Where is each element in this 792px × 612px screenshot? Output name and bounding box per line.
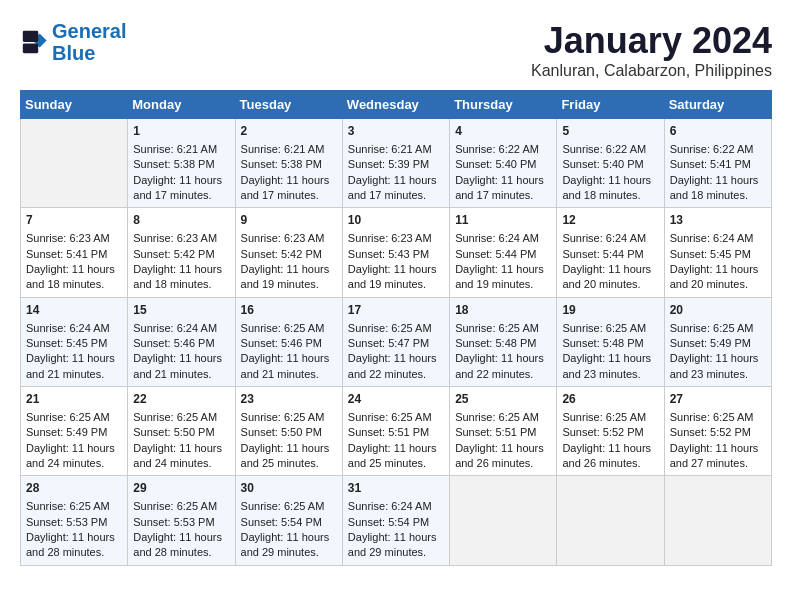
sunrise-time: Sunrise: 6:24 AM [348, 499, 444, 514]
day-header-friday: Friday [557, 91, 664, 119]
day-number: 3 [348, 123, 444, 140]
sunset-time: Sunset: 5:52 PM [562, 425, 658, 440]
sunset-time: Sunset: 5:46 PM [241, 336, 337, 351]
sunset-time: Sunset: 5:42 PM [133, 247, 229, 262]
sunset-time: Sunset: 5:44 PM [455, 247, 551, 262]
calendar-cell: 7Sunrise: 6:23 AMSunset: 5:41 PMDaylight… [21, 208, 128, 297]
day-number: 27 [670, 391, 766, 408]
sunset-time: Sunset: 5:52 PM [670, 425, 766, 440]
sunrise-time: Sunrise: 6:24 AM [133, 321, 229, 336]
calendar-cell: 27Sunrise: 6:25 AMSunset: 5:52 PMDayligh… [664, 387, 771, 476]
sunrise-time: Sunrise: 6:25 AM [562, 321, 658, 336]
calendar-cell: 6Sunrise: 6:22 AMSunset: 5:41 PMDaylight… [664, 119, 771, 208]
day-number: 8 [133, 212, 229, 229]
sunrise-time: Sunrise: 6:23 AM [241, 231, 337, 246]
day-number: 6 [670, 123, 766, 140]
sunset-time: Sunset: 5:45 PM [670, 247, 766, 262]
day-number: 5 [562, 123, 658, 140]
calendar-cell: 5Sunrise: 6:22 AMSunset: 5:40 PMDaylight… [557, 119, 664, 208]
calendar-cell: 16Sunrise: 6:25 AMSunset: 5:46 PMDayligh… [235, 297, 342, 386]
logo-line2: Blue [52, 42, 95, 64]
day-number: 18 [455, 302, 551, 319]
daylight-hours: Daylight: 11 hours and 19 minutes. [455, 262, 551, 293]
sunrise-time: Sunrise: 6:25 AM [455, 410, 551, 425]
daylight-hours: Daylight: 11 hours and 18 minutes. [133, 262, 229, 293]
calendar-week-3: 14Sunrise: 6:24 AMSunset: 5:45 PMDayligh… [21, 297, 772, 386]
sunset-time: Sunset: 5:38 PM [133, 157, 229, 172]
day-number: 30 [241, 480, 337, 497]
sunrise-time: Sunrise: 6:23 AM [26, 231, 122, 246]
calendar-cell: 13Sunrise: 6:24 AMSunset: 5:45 PMDayligh… [664, 208, 771, 297]
daylight-hours: Daylight: 11 hours and 21 minutes. [241, 351, 337, 382]
day-number: 11 [455, 212, 551, 229]
day-number: 9 [241, 212, 337, 229]
sunrise-time: Sunrise: 6:25 AM [348, 321, 444, 336]
sunset-time: Sunset: 5:50 PM [241, 425, 337, 440]
sunset-time: Sunset: 5:44 PM [562, 247, 658, 262]
calendar-cell: 18Sunrise: 6:25 AMSunset: 5:48 PMDayligh… [450, 297, 557, 386]
calendar-cell: 29Sunrise: 6:25 AMSunset: 5:53 PMDayligh… [128, 476, 235, 565]
calendar-cell: 21Sunrise: 6:25 AMSunset: 5:49 PMDayligh… [21, 387, 128, 476]
day-header-sunday: Sunday [21, 91, 128, 119]
calendar-cell: 23Sunrise: 6:25 AMSunset: 5:50 PMDayligh… [235, 387, 342, 476]
calendar-cell: 25Sunrise: 6:25 AMSunset: 5:51 PMDayligh… [450, 387, 557, 476]
calendar-cell: 26Sunrise: 6:25 AMSunset: 5:52 PMDayligh… [557, 387, 664, 476]
title-area: January 2024 Kanluran, Calabarzon, Phili… [531, 20, 772, 80]
sunset-time: Sunset: 5:41 PM [670, 157, 766, 172]
calendar-cell: 14Sunrise: 6:24 AMSunset: 5:45 PMDayligh… [21, 297, 128, 386]
header: General Blue January 2024 Kanluran, Cala… [20, 20, 772, 80]
day-number: 20 [670, 302, 766, 319]
daylight-hours: Daylight: 11 hours and 18 minutes. [26, 262, 122, 293]
day-number: 15 [133, 302, 229, 319]
sunrise-time: Sunrise: 6:23 AM [133, 231, 229, 246]
daylight-hours: Daylight: 11 hours and 19 minutes. [348, 262, 444, 293]
daylight-hours: Daylight: 11 hours and 26 minutes. [455, 441, 551, 472]
daylight-hours: Daylight: 11 hours and 19 minutes. [241, 262, 337, 293]
calendar-cell: 1Sunrise: 6:21 AMSunset: 5:38 PMDaylight… [128, 119, 235, 208]
calendar-cell: 12Sunrise: 6:24 AMSunset: 5:44 PMDayligh… [557, 208, 664, 297]
sunset-time: Sunset: 5:53 PM [26, 515, 122, 530]
calendar-cell [664, 476, 771, 565]
daylight-hours: Daylight: 11 hours and 17 minutes. [455, 173, 551, 204]
daylight-hours: Daylight: 11 hours and 18 minutes. [670, 173, 766, 204]
svg-rect-3 [23, 43, 38, 53]
day-number: 29 [133, 480, 229, 497]
calendar-cell: 3Sunrise: 6:21 AMSunset: 5:39 PMDaylight… [342, 119, 449, 208]
sunset-time: Sunset: 5:50 PM [133, 425, 229, 440]
calendar-week-2: 7Sunrise: 6:23 AMSunset: 5:41 PMDaylight… [21, 208, 772, 297]
sunset-time: Sunset: 5:39 PM [348, 157, 444, 172]
day-header-tuesday: Tuesday [235, 91, 342, 119]
daylight-hours: Daylight: 11 hours and 25 minutes. [241, 441, 337, 472]
daylight-hours: Daylight: 11 hours and 24 minutes. [133, 441, 229, 472]
sunrise-time: Sunrise: 6:25 AM [562, 410, 658, 425]
sunrise-time: Sunrise: 6:25 AM [455, 321, 551, 336]
calendar-cell: 17Sunrise: 6:25 AMSunset: 5:47 PMDayligh… [342, 297, 449, 386]
day-number: 24 [348, 391, 444, 408]
daylight-hours: Daylight: 11 hours and 17 minutes. [241, 173, 337, 204]
calendar-cell: 10Sunrise: 6:23 AMSunset: 5:43 PMDayligh… [342, 208, 449, 297]
logo-icon [20, 28, 48, 56]
daylight-hours: Daylight: 11 hours and 29 minutes. [348, 530, 444, 561]
day-number: 25 [455, 391, 551, 408]
calendar-cell: 22Sunrise: 6:25 AMSunset: 5:50 PMDayligh… [128, 387, 235, 476]
sunrise-time: Sunrise: 6:21 AM [133, 142, 229, 157]
day-number: 22 [133, 391, 229, 408]
sunset-time: Sunset: 5:48 PM [455, 336, 551, 351]
day-number: 31 [348, 480, 444, 497]
sunrise-time: Sunrise: 6:25 AM [26, 410, 122, 425]
sunrise-time: Sunrise: 6:21 AM [348, 142, 444, 157]
day-number: 4 [455, 123, 551, 140]
sunset-time: Sunset: 5:54 PM [348, 515, 444, 530]
calendar-cell [557, 476, 664, 565]
calendar-table: SundayMondayTuesdayWednesdayThursdayFrid… [20, 90, 772, 566]
sunrise-time: Sunrise: 6:25 AM [133, 410, 229, 425]
day-header-wednesday: Wednesday [342, 91, 449, 119]
location-title: Kanluran, Calabarzon, Philippines [531, 62, 772, 80]
sunrise-time: Sunrise: 6:24 AM [455, 231, 551, 246]
logo-line1: General [52, 20, 126, 42]
sunrise-time: Sunrise: 6:24 AM [562, 231, 658, 246]
calendar-week-1: 1Sunrise: 6:21 AMSunset: 5:38 PMDaylight… [21, 119, 772, 208]
day-number: 2 [241, 123, 337, 140]
sunset-time: Sunset: 5:46 PM [133, 336, 229, 351]
sunrise-time: Sunrise: 6:21 AM [241, 142, 337, 157]
